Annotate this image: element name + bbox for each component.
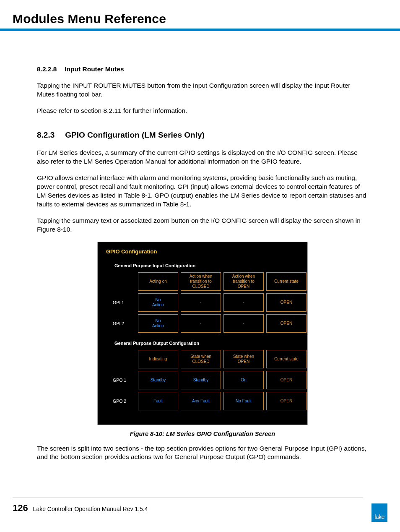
gpio-state: OPEN bbox=[266, 392, 306, 410]
logo-text: lake bbox=[374, 514, 384, 520]
gpio-value: - bbox=[181, 293, 221, 312]
gpio-output-grid: Indicating State when CLOSED State when … bbox=[111, 350, 302, 410]
gpio-row-label: GPO 1 bbox=[111, 371, 135, 389]
gpio-state: OPEN bbox=[266, 314, 306, 333]
page-title: Modules Menu Reference bbox=[13, 12, 166, 26]
gpio-value: Standby bbox=[181, 371, 221, 389]
gpio-col-header: Current state bbox=[266, 272, 306, 291]
gpio-col-header: Indicating bbox=[138, 350, 178, 368]
subheading-8228: 8.2.2.8 Input Router Mutes bbox=[37, 65, 368, 74]
gpio-panel-title: GPIO Configuration bbox=[106, 248, 302, 256]
gpio-col-header: Action when transition to CLOSED bbox=[181, 272, 221, 291]
gpio-value: No Action bbox=[138, 314, 178, 333]
gpio-value: - bbox=[223, 314, 264, 333]
gpio-col-header: Current state bbox=[266, 350, 306, 368]
paragraph: Tapping the INPUT ROUTER MUTES button fr… bbox=[37, 81, 368, 99]
gpio-value: Standby bbox=[138, 371, 178, 389]
gpio-col-header: Action when transition to OPEN bbox=[223, 272, 264, 291]
heading-823: 8.2.3 GPIO Configuration (LM Series Only… bbox=[37, 130, 368, 141]
paragraph: For LM Series devices, a summary of the … bbox=[37, 149, 368, 166]
gpio-row-label: GPI 2 bbox=[111, 314, 135, 333]
spacer bbox=[111, 272, 135, 291]
gpio-value: No Action bbox=[138, 293, 178, 312]
title-rule bbox=[0, 29, 400, 31]
lake-logo: lake bbox=[371, 503, 387, 522]
footer-rule bbox=[13, 498, 363, 498]
footer-text: Lake Controller Operation Manual Rev 1.5… bbox=[33, 506, 148, 512]
heading-text: GPIO Configuration (LM Series Only) bbox=[65, 130, 205, 139]
gpio-value: Fault bbox=[138, 392, 178, 410]
gpio-output-section-label: General Purpose Output Configuration bbox=[114, 340, 302, 347]
gpio-panel: GPIO Configuration General Purpose Input… bbox=[97, 242, 308, 425]
figure-8-10: GPIO Configuration General Purpose Input… bbox=[97, 242, 308, 438]
gpio-state: OPEN bbox=[266, 293, 306, 312]
gpio-col-header: State when OPEN bbox=[223, 350, 264, 368]
gpio-col-header: Acting on bbox=[138, 272, 178, 291]
paragraph: GPIO allows external interface with alar… bbox=[37, 174, 368, 209]
paragraph: Tapping the summary text or associated z… bbox=[37, 216, 368, 234]
gpio-input-section-label: General Purpose Input Configuration bbox=[114, 263, 302, 269]
paragraph: The screen is split into two sections - … bbox=[37, 444, 368, 462]
gpio-row-label: GPI 1 bbox=[111, 293, 135, 312]
gpio-col-header: State when CLOSED bbox=[181, 350, 221, 368]
gpio-row-label: GPO 2 bbox=[111, 392, 135, 410]
subheading-number: 8.2.2.8 bbox=[37, 65, 63, 74]
gpio-state: OPEN bbox=[266, 371, 306, 389]
spacer bbox=[111, 350, 135, 368]
footer: 126 Lake Controller Operation Manual Rev… bbox=[13, 503, 148, 514]
content-body: 8.2.2.8 Input Router Mutes Tapping the I… bbox=[37, 65, 368, 469]
paragraph: Please refer to section 8.2.11 for furth… bbox=[37, 107, 368, 115]
gpio-value: Any Fault bbox=[181, 392, 221, 410]
page-number: 126 bbox=[13, 503, 28, 513]
gpio-value: On bbox=[223, 371, 264, 389]
gpio-value: - bbox=[223, 293, 264, 312]
gpio-value: No Fault bbox=[223, 392, 264, 410]
gpio-input-grid: Acting on Action when transition to CLOS… bbox=[111, 272, 302, 333]
figure-caption: Figure 8-10: LM Series GPIO Configuratio… bbox=[97, 430, 308, 438]
gpio-value: - bbox=[181, 314, 221, 333]
subheading-text: Input Router Mutes bbox=[65, 65, 124, 73]
heading-number: 8.2.3 bbox=[37, 130, 63, 141]
